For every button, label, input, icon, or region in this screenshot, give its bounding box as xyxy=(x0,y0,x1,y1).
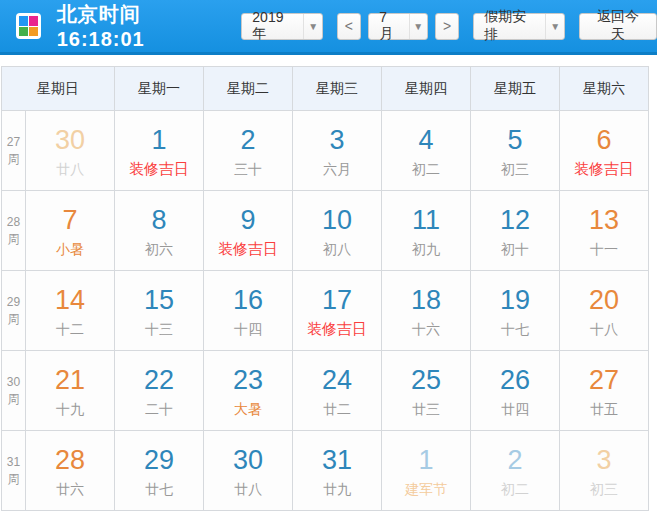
day-lunar-label: 廿五 xyxy=(560,400,648,418)
day-cell[interactable]: 8初六 xyxy=(115,191,204,271)
day-cell[interactable]: 4初二 xyxy=(382,111,471,191)
week-number-label: 28周 xyxy=(2,191,26,271)
day-lunar-label: 装修吉日 xyxy=(115,160,203,178)
day-cell[interactable]: 31廿九 xyxy=(293,431,382,511)
day-number: 3 xyxy=(293,125,381,155)
day-lunar-label: 初三 xyxy=(560,480,648,498)
day-cell[interactable]: 2初二 xyxy=(471,431,560,511)
day-number: 7 xyxy=(26,205,114,235)
day-cell[interactable]: 26廿四 xyxy=(471,351,560,431)
day-number: 13 xyxy=(560,205,648,235)
day-cell[interactable]: 23大暑 xyxy=(204,351,293,431)
day-number: 23 xyxy=(204,365,292,395)
day-lunar-label: 初六 xyxy=(115,240,203,258)
back-to-today-button[interactable]: 返回今天 xyxy=(579,13,657,40)
day-number: 20 xyxy=(560,285,648,315)
day-lunar-label: 廿四 xyxy=(471,400,559,418)
day-cell[interactable]: 16十四 xyxy=(204,271,293,351)
day-number: 9 xyxy=(204,205,292,235)
day-cell[interactable]: 25廿三 xyxy=(382,351,471,431)
day-lunar-label: 初十 xyxy=(471,240,559,258)
day-lunar-label: 十九 xyxy=(26,400,114,418)
day-lunar-label: 初九 xyxy=(382,240,470,258)
week-row: 29周14十二15十三16十四17装修吉日18十六19十七20十八 xyxy=(2,271,649,351)
day-lunar-label: 十二 xyxy=(26,320,114,338)
day-cell[interactable]: 19十七 xyxy=(471,271,560,351)
day-cell[interactable]: 5初三 xyxy=(471,111,560,191)
day-number: 1 xyxy=(115,125,203,155)
day-number: 14 xyxy=(26,285,114,315)
day-number: 15 xyxy=(115,285,203,315)
day-number: 21 xyxy=(26,365,114,395)
day-cell[interactable]: 2三十 xyxy=(204,111,293,191)
day-lunar-label: 廿六 xyxy=(26,480,114,498)
day-cell[interactable]: 6装修吉日 xyxy=(560,111,649,191)
holiday-schedule-value: 假期安排 xyxy=(474,8,545,44)
day-lunar-label: 建军节 xyxy=(382,480,470,498)
day-cell[interactable]: 13十一 xyxy=(560,191,649,271)
year-select-value: 2019年 xyxy=(242,9,303,43)
day-lunar-label: 初二 xyxy=(382,160,470,178)
year-select[interactable]: 2019年 ▼ xyxy=(241,13,322,40)
day-cell[interactable]: 10初八 xyxy=(293,191,382,271)
calendar-logo-icon xyxy=(16,13,41,39)
day-lunar-label: 廿二 xyxy=(293,400,381,418)
day-cell[interactable]: 30廿八 xyxy=(204,431,293,511)
day-number: 3 xyxy=(560,445,648,475)
chevron-down-icon[interactable]: ▼ xyxy=(409,14,427,39)
day-lunar-label: 十三 xyxy=(115,320,203,338)
day-number: 26 xyxy=(471,365,559,395)
day-lunar-label: 十六 xyxy=(382,320,470,338)
day-cell[interactable]: 11初九 xyxy=(382,191,471,271)
chevron-down-icon[interactable]: ▼ xyxy=(545,14,563,39)
chevron-down-icon[interactable]: ▼ xyxy=(303,14,321,39)
day-number: 25 xyxy=(382,365,470,395)
day-cell[interactable]: 29廿七 xyxy=(115,431,204,511)
month-select-value: 7月 xyxy=(369,9,409,43)
day-cell[interactable]: 7小暑 xyxy=(26,191,115,271)
day-cell[interactable]: 30廿八 xyxy=(26,111,115,191)
next-month-button[interactable]: > xyxy=(435,13,459,40)
day-lunar-label: 十一 xyxy=(560,240,648,258)
day-cell[interactable]: 18十六 xyxy=(382,271,471,351)
month-select[interactable]: 7月 ▼ xyxy=(368,13,428,40)
day-lunar-label: 三十 xyxy=(204,160,292,178)
day-cell[interactable]: 12初十 xyxy=(471,191,560,271)
day-cell[interactable]: 22二十 xyxy=(115,351,204,431)
week-row: 27周30廿八1装修吉日2三十3六月4初二5初三6装修吉日 xyxy=(2,111,649,191)
weekday-header: 星期五 xyxy=(471,67,560,111)
day-cell[interactable]: 24廿二 xyxy=(293,351,382,431)
day-cell[interactable]: 28廿六 xyxy=(26,431,115,511)
day-cell[interactable]: 20十八 xyxy=(560,271,649,351)
day-lunar-label: 初三 xyxy=(471,160,559,178)
holiday-schedule-select[interactable]: 假期安排 ▼ xyxy=(473,13,565,40)
day-cell[interactable]: 27廿五 xyxy=(560,351,649,431)
logo-tile-magenta xyxy=(29,16,38,26)
day-cell[interactable]: 1建军节 xyxy=(382,431,471,511)
day-number: 18 xyxy=(382,285,470,315)
day-lunar-label: 廿九 xyxy=(293,480,381,498)
day-lunar-label: 十四 xyxy=(204,320,292,338)
day-number: 30 xyxy=(204,445,292,475)
day-cell[interactable]: 3初三 xyxy=(560,431,649,511)
logo-tile-blue xyxy=(19,16,28,26)
day-cell[interactable]: 14十二 xyxy=(26,271,115,351)
day-cell[interactable]: 15十三 xyxy=(115,271,204,351)
day-number: 5 xyxy=(471,125,559,155)
day-lunar-label: 小暑 xyxy=(26,240,114,258)
day-cell[interactable]: 3六月 xyxy=(293,111,382,191)
logo-tile-green xyxy=(19,27,28,37)
day-cell[interactable]: 9装修吉日 xyxy=(204,191,293,271)
day-lunar-label: 装修吉日 xyxy=(204,240,292,258)
day-number: 2 xyxy=(204,125,292,155)
day-lunar-label: 大暑 xyxy=(204,400,292,418)
prev-month-button[interactable]: < xyxy=(337,13,361,40)
weekday-header: 星期一 xyxy=(115,67,204,111)
day-number: 29 xyxy=(115,445,203,475)
day-number: 19 xyxy=(471,285,559,315)
day-cell[interactable]: 1装修吉日 xyxy=(115,111,204,191)
weekday-header-row: 星期日星期一星期二星期三星期四星期五星期六 xyxy=(2,67,649,111)
day-cell[interactable]: 21十九 xyxy=(26,351,115,431)
day-cell[interactable]: 17装修吉日 xyxy=(293,271,382,351)
day-lunar-label: 初二 xyxy=(471,480,559,498)
